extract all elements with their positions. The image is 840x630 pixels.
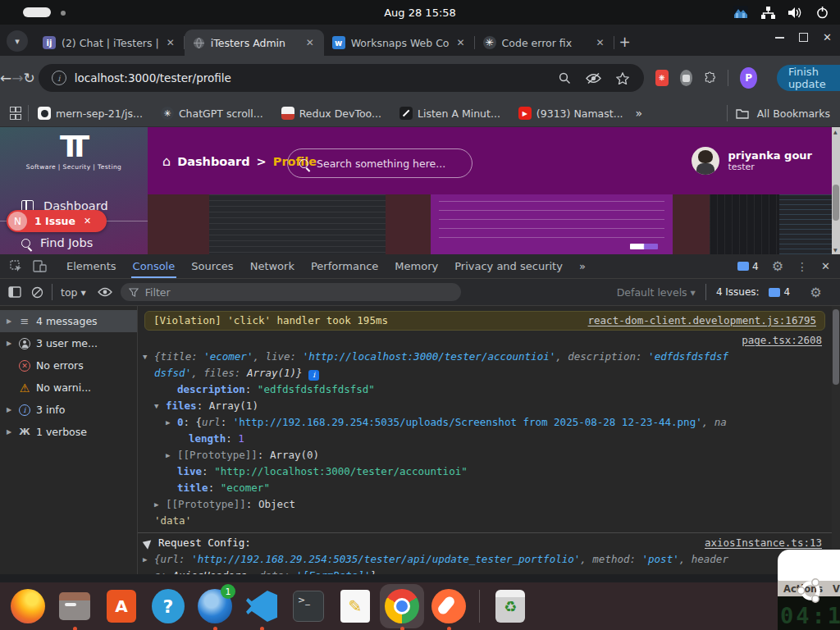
- url-text[interactable]: localhost:3000/tester/profile: [75, 71, 559, 84]
- bookmark-item-3[interactable]: Redux DevToo...: [281, 107, 381, 120]
- console-context-selector[interactable]: top ▾: [61, 286, 86, 299]
- devtools-menu-icon[interactable]: ⋮: [797, 260, 808, 273]
- all-bookmarks-label[interactable]: All Bookmarks: [757, 107, 830, 120]
- address-bar[interactable]: i localhost:3000/tester/profile: [39, 64, 644, 92]
- zoom-icon[interactable]: [559, 72, 571, 84]
- dock-postman-icon[interactable]: [431, 588, 467, 624]
- source-link[interactable]: page.tsx:2608: [742, 332, 822, 349]
- inspect-element-icon[interactable]: [10, 260, 23, 273]
- minimize-button[interactable]: [775, 37, 784, 39]
- dock-trash-icon[interactable]: ♻: [492, 588, 528, 624]
- screenshot-thumbnail[interactable]: [431, 194, 673, 254]
- system-tray[interactable]: [733, 0, 829, 25]
- extension-red-icon[interactable]: ❋: [655, 70, 669, 86]
- device-toolbar-icon[interactable]: [33, 260, 47, 272]
- network-wired-icon[interactable]: [761, 7, 775, 19]
- console-filter-input[interactable]: Filter: [121, 283, 461, 301]
- console-filter-1-verbose[interactable]: ▶Ж1 verbose: [0, 421, 137, 443]
- dock-chrome-icon[interactable]: [384, 588, 420, 624]
- scroll-down-arrow[interactable]: ▼: [833, 247, 838, 253]
- bookmarks-overflow[interactable]: »: [636, 107, 643, 120]
- expander-down-icon[interactable]: ▼: [154, 398, 166, 414]
- devtools-scroll-thumb[interactable]: [833, 309, 839, 385]
- browser-tab-4[interactable]: ✳Code error fix✕: [475, 30, 614, 56]
- console-filter-3-info[interactable]: ▶i3 info: [0, 399, 137, 421]
- dock-help-icon[interactable]: ?: [150, 588, 186, 624]
- devtools-scrollbar[interactable]: [832, 306, 840, 574]
- devtools-tab-elements[interactable]: Elements: [58, 254, 125, 278]
- expander-right-icon[interactable]: ▶: [166, 414, 177, 431]
- forward-button[interactable]: →: [11, 70, 23, 86]
- screenshot-thumbnail[interactable]: [386, 194, 431, 254]
- console-sidebar-toggle-icon[interactable]: [8, 286, 21, 298]
- expander-right-icon[interactable]: ▶: [143, 551, 154, 568]
- bookmark-item-4[interactable]: Listen A Minut...: [399, 107, 500, 120]
- issue-notification[interactable]: N 1 Issue ✕: [7, 210, 107, 232]
- extensions-puzzle-icon[interactable]: [704, 71, 716, 86]
- console-settings-icon[interactable]: ⚙: [810, 285, 821, 300]
- dock-vscode-icon[interactable]: [244, 588, 280, 624]
- issue-close-icon[interactable]: ✕: [84, 216, 91, 226]
- power-icon[interactable]: [816, 7, 829, 19]
- devtools-tab-network[interactable]: Network: [242, 254, 303, 278]
- devtools-messages-badge[interactable]: 4: [737, 261, 759, 272]
- menu-view[interactable]: Vie: [833, 583, 840, 595]
- live-expression-eye-icon[interactable]: [98, 287, 112, 297]
- dock-firefox-icon[interactable]: [10, 588, 46, 624]
- log-levels-dropdown[interactable]: Default levels ▾: [617, 286, 696, 299]
- extension-camera-icon[interactable]: [680, 70, 693, 86]
- issues-counter[interactable]: 4 Issues: 4: [716, 286, 790, 298]
- portfolio-screenshots[interactable]: [148, 194, 832, 254]
- apps-grid-icon[interactable]: [10, 107, 20, 120]
- dock-texteditor-icon[interactable]: ✎: [337, 588, 373, 624]
- screenshot-thumbnail[interactable]: [710, 194, 779, 254]
- dock-files-icon[interactable]: [57, 588, 93, 624]
- clear-console-icon[interactable]: [31, 286, 43, 299]
- tab-close-icon[interactable]: ✕: [165, 37, 176, 48]
- devtools-tab-console[interactable]: Console: [125, 254, 184, 278]
- tab-search-button[interactable]: ▾: [7, 30, 28, 52]
- console-filter-4-messages[interactable]: ▶≡4 messages: [0, 310, 137, 332]
- screenshot-thumbnail[interactable]: [148, 194, 209, 254]
- devtools-more-tabs[interactable]: »: [571, 260, 594, 272]
- volume-icon[interactable]: [788, 7, 803, 19]
- breadcrumb-dashboard[interactable]: Dashboard: [177, 155, 249, 168]
- bookmark-star-icon[interactable]: [616, 72, 629, 84]
- new-tab-button[interactable]: +: [619, 34, 631, 50]
- expander-right-icon[interactable]: ▶: [166, 447, 177, 463]
- source-link[interactable]: react-dom-client.development.js:16795: [588, 313, 816, 329]
- sidebar-item-find-jobs[interactable]: Find Jobs: [21, 236, 93, 249]
- console-filter-3-user-me-[interactable]: ▶3 user me...: [0, 332, 137, 354]
- profile-avatar[interactable]: P: [740, 67, 757, 89]
- app-logo[interactable]: TT Software | Security | Testing: [0, 132, 148, 171]
- bookmark-item-5[interactable]: ▶(9313) Namast...: [518, 107, 623, 120]
- source-link[interactable]: axiosInstance.ts:13: [705, 535, 822, 551]
- close-window-button[interactable]: ✕: [823, 31, 832, 43]
- browser-tab-3[interactable]: wWorksnaps Web Co✕: [324, 30, 475, 56]
- password-eye-off-icon[interactable]: [586, 72, 601, 84]
- restore-button[interactable]: [799, 33, 808, 42]
- system-clock[interactable]: Aug 28 15:58: [384, 7, 456, 19]
- back-button[interactable]: ←: [0, 70, 11, 86]
- devtools-tab-memory[interactable]: Memory: [386, 254, 446, 278]
- finish-update-button[interactable]: Finish update ⋮: [777, 65, 840, 91]
- screenshot-thumbnail[interactable]: [673, 194, 710, 254]
- devtools-tab-performance[interactable]: Performance: [303, 254, 386, 278]
- tab-close-icon[interactable]: ✕: [304, 37, 316, 48]
- home-icon[interactable]: ⌂: [162, 153, 171, 169]
- browser-tab-1[interactable]: ij(2) Chat | iTesters |✕: [34, 30, 185, 56]
- browser-tab-2[interactable]: iTesters Admin✕: [185, 30, 324, 56]
- app-indicator-icon[interactable]: [733, 6, 748, 19]
- devtools-tab-privacy-and-security[interactable]: Privacy and security: [446, 254, 571, 278]
- reload-button[interactable]: ↻: [24, 70, 35, 86]
- dock-thunderbird-icon[interactable]: 1: [197, 588, 233, 624]
- site-info-icon[interactable]: i: [52, 71, 66, 85]
- console-filter-no-warni-[interactable]: ⚠No warni...: [0, 377, 137, 399]
- devtools-settings-icon[interactable]: ⚙: [772, 258, 783, 274]
- expander-down-icon[interactable]: ▼: [143, 349, 154, 365]
- user-avatar[interactable]: [692, 147, 719, 175]
- scroll-up-arrow[interactable]: ▲: [833, 129, 838, 135]
- tab-close-icon[interactable]: ✕: [455, 37, 467, 48]
- dock-terminal-icon[interactable]: >_: [290, 588, 326, 624]
- devtools-tab-sources[interactable]: Sources: [183, 254, 241, 278]
